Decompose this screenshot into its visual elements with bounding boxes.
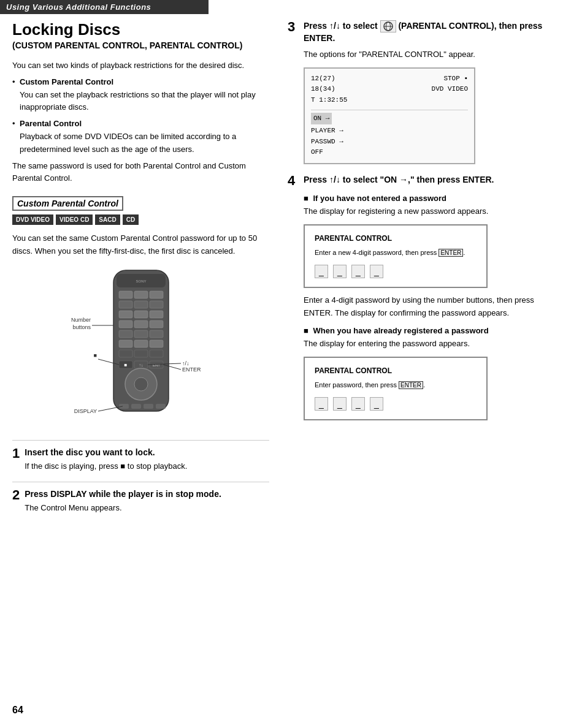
dialog-enter-password-text: Enter password, then press ENTER. (315, 380, 477, 390)
custom-parental-section: Custom Parental Control (12, 196, 269, 211)
svg-rect-10 (134, 311, 148, 318)
step-2-body: The Control Menu appears. (25, 502, 269, 515)
svg-rect-20 (150, 340, 163, 347)
svg-rect-34 (144, 404, 153, 409)
dialog-dot-1: _ (315, 265, 328, 278)
tv-display: 12(27) STOP ▪ 18(34) DVD VIDEO T 1:32:55… (304, 67, 475, 164)
dialog-dot-4: _ (370, 265, 383, 278)
bullet-custom-label: Custom Parental Control (20, 77, 113, 86)
svg-rect-15 (119, 330, 132, 338)
right-step-4-content: If you have not entered a password The d… (304, 194, 551, 420)
right-step-3: 3 Press ↑/↓ to select (PARENTAL CONTROL)… (288, 20, 551, 164)
dialog-enter-password: PARENTAL CONTROL Enter password, then pr… (304, 357, 488, 421)
right-column: 3 Press ↑/↓ to select (PARENTAL CONTROL)… (282, 20, 551, 523)
svg-rect-7 (134, 301, 148, 308)
section-header-title: Custom Parental Control (12, 196, 123, 211)
svg-rect-3 (119, 291, 132, 298)
bullet-parental-body: Playback of some DVD VIDEOs can be limit… (20, 132, 236, 154)
svg-text:↑/↓: ↑/↓ (182, 360, 190, 366)
svg-rect-16 (134, 330, 148, 338)
page-title: Locking Discs (CUSTOM PARENTAL CONTROL, … (12, 20, 269, 51)
svg-text:ENTER: ENTER (182, 366, 201, 373)
badge-video-cd: VIDEO CD (56, 214, 93, 225)
svg-text:buttons: buttons (72, 324, 91, 330)
badge-dvd-video: DVD VIDEO (12, 214, 53, 225)
step-1-content: Insert the disc you want to lock. If the… (25, 447, 269, 473)
step-1-body: If the disc is playing, press ■ to stop … (25, 460, 269, 473)
svg-rect-35 (156, 404, 166, 409)
step-2-content: Press DISPLAY while the player is in sto… (25, 488, 269, 515)
parental-text: You can set the same Custom Parental Con… (12, 232, 269, 258)
step-1-number: 1 (12, 447, 20, 460)
svg-text:■: ■ (124, 362, 127, 368)
step-2-title: Press DISPLAY while the player is in sto… (25, 488, 269, 499)
svg-rect-19 (134, 340, 148, 347)
page-number: 64 (12, 705, 23, 716)
note-text: The same password is used for both Paren… (12, 160, 269, 186)
svg-rect-18 (119, 340, 132, 347)
dialog-new-password-title: PARENTAL CONTROL (315, 234, 477, 243)
step-1: 1 Insert the disc you want to lock. If t… (12, 447, 269, 473)
dialog-enter-key: ENTER (439, 249, 463, 257)
dialog-new-password-text: Enter a new 4-digit password, then press… (315, 248, 477, 258)
remote-illustration: SONY (67, 264, 215, 431)
step-4-body2: Enter a 4-digit password by using the nu… (304, 294, 551, 320)
svg-text:■: ■ (93, 352, 96, 358)
svg-rect-11 (150, 311, 163, 318)
svg-text:Number: Number (71, 317, 90, 323)
step-divider-2 (12, 482, 269, 482)
svg-text:DISPLAY: DISPLAY (74, 408, 96, 414)
right-step-3-body: The options for "PARENTAL CONTROL" appea… (304, 48, 551, 164)
step-2: 2 Press DISPLAY while the player is in s… (12, 488, 269, 515)
svg-rect-23 (150, 350, 163, 357)
svg-rect-12 (119, 320, 132, 328)
tv-row-2: 18(34) DVD VIDEO (311, 84, 468, 95)
dialog-enter-key-2: ENTER (399, 381, 423, 389)
dialog-enter-password-title: PARENTAL CONTROL (315, 366, 477, 375)
svg-rect-5 (150, 291, 163, 298)
svg-rect-17 (150, 330, 163, 338)
svg-point-31 (134, 377, 148, 391)
svg-rect-21 (119, 350, 132, 357)
tv-player-item: PLAYER → (311, 126, 468, 137)
right-step-4-header: 4 Press ↑/↓ to select "ON →," then press… (288, 174, 551, 188)
right-step-4-title: Press ↑/↓ to select "ON →," then press E… (304, 174, 494, 186)
subsection-registered-body: The display for entering the password ap… (304, 338, 551, 351)
right-step-3-header: 3 Press ↑/↓ to select (PARENTAL CONTROL)… (288, 20, 551, 45)
svg-rect-9 (119, 311, 132, 318)
header-title: Using Various Additional Functions (0, 0, 209, 14)
dialog-enter-dot-3: _ (351, 397, 365, 411)
dialog-enter-password-dots: _ _ _ _ (315, 397, 477, 411)
svg-text:↑↓: ↑↓ (139, 363, 143, 367)
subsection-registered-title: When you have already registered a passw… (304, 326, 551, 335)
tv-row-3: T 1:32:55 (311, 95, 468, 106)
header-bar: Using Various Additional Functions (0, 0, 563, 14)
dialog-enter-dot-2: _ (333, 397, 347, 411)
svg-rect-4 (134, 291, 148, 298)
tv-row-1: 12(27) STOP ▪ (311, 74, 468, 85)
bullet-parental: Parental Control Playback of some DVD VI… (12, 118, 269, 156)
svg-rect-32 (119, 404, 129, 409)
svg-rect-6 (119, 301, 132, 308)
globe-icon (383, 21, 393, 31)
svg-text:SONY: SONY (136, 279, 146, 283)
subsection-no-password-body: The display for registering a new passwo… (304, 205, 551, 218)
svg-rect-13 (134, 320, 148, 328)
dialog-enter-dot-1: _ (315, 397, 328, 411)
step-2-number: 2 (12, 488, 20, 502)
right-step-3-number: 3 (288, 20, 300, 34)
tv-off-item: OFF (311, 147, 468, 158)
dialog-new-password-dots: _ _ _ _ (315, 265, 477, 278)
bullet-custom: Custom Parental Control You can set the … (12, 76, 269, 114)
left-column: Locking Discs (CUSTOM PARENTAL CONTROL, … (12, 20, 282, 523)
svg-rect-22 (134, 350, 148, 357)
tv-on-item: ON → (311, 113, 332, 125)
step-1-title: Insert the disc you want to lock. (25, 447, 269, 458)
tv-passwd-item: PASSWD → (311, 137, 468, 148)
right-step-3-title: Press ↑/↓ to select (PARENTAL CONTROL), … (304, 20, 551, 45)
svg-rect-14 (150, 320, 163, 328)
dialog-enter-dot-4: _ (370, 397, 383, 411)
right-step-4-number: 4 (288, 174, 300, 188)
bullet-parental-label: Parental Control (20, 119, 82, 128)
subsection-no-password-title: If you have not entered a password (304, 194, 551, 203)
